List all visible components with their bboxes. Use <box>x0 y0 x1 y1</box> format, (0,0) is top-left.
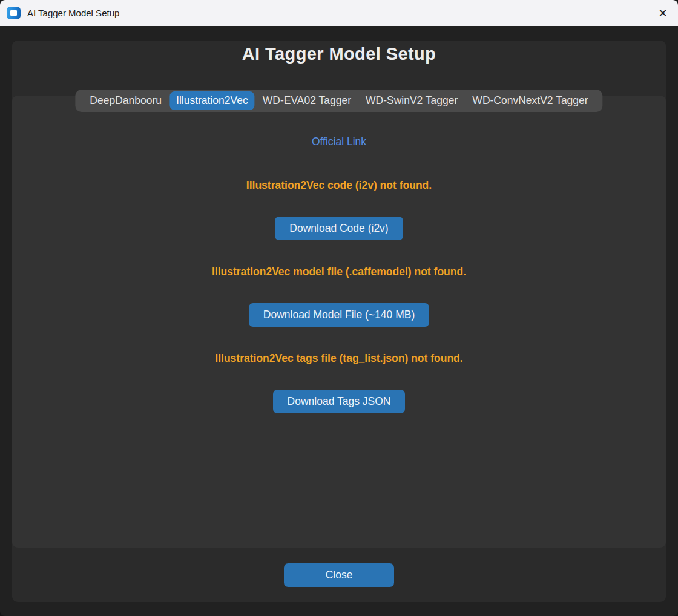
window-close-button[interactable]: ✕ <box>648 0 678 26</box>
tab-wd-swinv2-tagger[interactable]: WD-SwinV2 Tagger <box>359 91 464 110</box>
warning-tags-file-not-found: Illustration2Vec tags file (tag_list.jso… <box>215 352 462 365</box>
tab-bar: DeepDanbooru Illustration2Vec WD-EVA02 T… <box>75 90 602 112</box>
close-icon: ✕ <box>658 7 667 20</box>
download-code-button[interactable]: Download Code (i2v) <box>275 217 403 240</box>
tab-deepdanbooru[interactable]: DeepDanbooru <box>83 91 168 110</box>
page-title: AI Tagger Model Setup <box>12 41 666 64</box>
dialog: AI Tagger Model Setup DeepDanbooru Illus… <box>12 41 666 602</box>
warning-model-file-not-found: Illustration2Vec model file (.caffemodel… <box>212 266 466 278</box>
tab-wd-eva02-tagger[interactable]: WD-EVA02 Tagger <box>256 91 358 110</box>
download-tags-json-button[interactable]: Download Tags JSON <box>273 390 406 413</box>
official-link[interactable]: Official Link <box>312 136 366 148</box>
window-title: AI Tagger Model Setup <box>27 8 119 18</box>
tab-wd-convnextv2-tagger[interactable]: WD-ConvNextV2 Tagger <box>466 91 594 110</box>
titlebar: AI Tagger Model Setup ✕ <box>0 0 678 26</box>
tab-illustration2vec[interactable]: Illustration2Vec <box>170 91 255 110</box>
app-icon <box>7 7 21 19</box>
warning-code-not-found: Illustration2Vec code (i2v) not found. <box>246 179 432 192</box>
close-button[interactable]: Close <box>284 563 394 587</box>
tab-pane: Official Link Illustration2Vec code (i2v… <box>12 96 666 548</box>
app-icon-inner <box>10 10 17 16</box>
download-model-file-button[interactable]: Download Model File (~140 MB) <box>249 303 429 327</box>
dialog-footer: Close <box>12 548 666 602</box>
app-window: AI Tagger Model Setup ✕ AI Tagger Model … <box>0 0 678 616</box>
